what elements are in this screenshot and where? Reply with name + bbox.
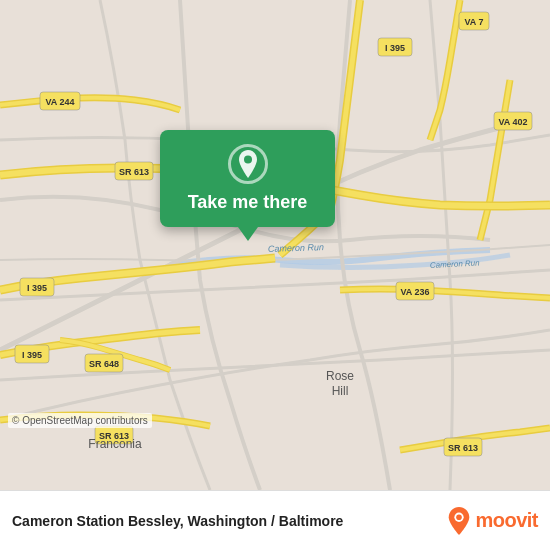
svg-text:Franconia: Franconia bbox=[88, 437, 142, 451]
location-popup[interactable]: Take me there bbox=[160, 130, 335, 241]
svg-text:SR 613: SR 613 bbox=[119, 167, 149, 177]
svg-text:I 395: I 395 bbox=[22, 350, 42, 360]
svg-text:I 395: I 395 bbox=[27, 283, 47, 293]
map-area: VA 244 SR 613 I 395 VA 7 VA 402 I 395 I … bbox=[0, 0, 550, 490]
svg-text:Rose: Rose bbox=[326, 369, 354, 383]
moovit-logo: moovit bbox=[447, 507, 538, 535]
svg-text:VA 402: VA 402 bbox=[498, 117, 527, 127]
svg-text:VA 7: VA 7 bbox=[464, 17, 483, 27]
station-name: Cameron Station Bessley, Washington / Ba… bbox=[12, 513, 437, 529]
bottom-bar: Cameron Station Bessley, Washington / Ba… bbox=[0, 490, 550, 550]
svg-text:SR 648: SR 648 bbox=[89, 359, 119, 369]
svg-text:VA 236: VA 236 bbox=[400, 287, 429, 297]
popup-triangle bbox=[238, 227, 258, 241]
popup-label-text: Take me there bbox=[188, 192, 308, 213]
map-attribution: © OpenStreetMap contributors bbox=[8, 413, 152, 428]
svg-text:Hill: Hill bbox=[332, 384, 349, 398]
svg-point-28 bbox=[244, 156, 252, 164]
svg-text:SR 613: SR 613 bbox=[448, 443, 478, 453]
pin-icon bbox=[237, 150, 259, 178]
location-icon bbox=[228, 144, 268, 184]
moovit-pin-icon bbox=[447, 507, 471, 535]
svg-text:Cameron Run: Cameron Run bbox=[268, 242, 324, 254]
svg-text:I 395: I 395 bbox=[385, 43, 405, 53]
svg-text:VA 244: VA 244 bbox=[45, 97, 74, 107]
svg-point-30 bbox=[457, 514, 463, 520]
take-me-there-button[interactable]: Take me there bbox=[160, 130, 335, 227]
moovit-brand-text: moovit bbox=[475, 509, 538, 532]
